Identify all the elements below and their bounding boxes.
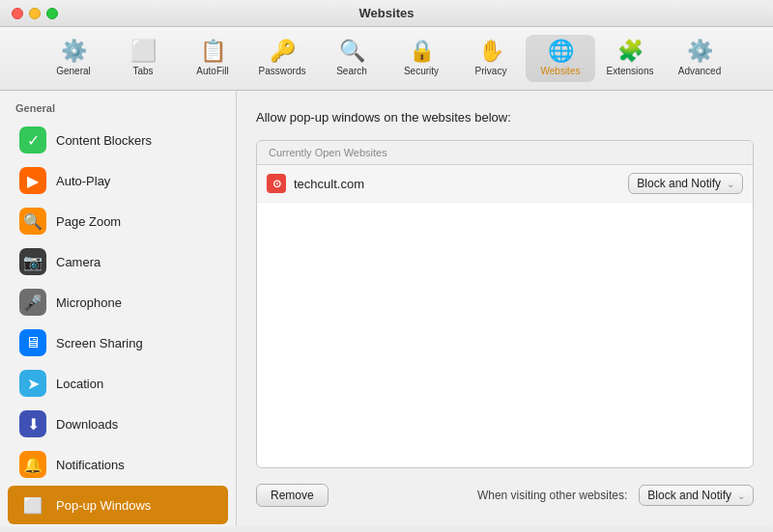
toolbar-item-extensions[interactable]: 🧩 Extensions — [595, 35, 665, 82]
toolbar-label-passwords: Passwords — [259, 66, 306, 76]
toolbar-item-search[interactable]: 🔍 Search — [317, 35, 386, 82]
visiting-label: When visiting other websites: — [477, 489, 627, 502]
downloads-icon: ⬇ — [19, 410, 46, 437]
close-button[interactable] — [12, 8, 23, 19]
microphone-icon: 🎤 — [19, 289, 46, 316]
passwords-icon: 🔑 — [270, 41, 296, 62]
popup-windows-icon: ⬜ — [19, 491, 46, 518]
visiting-dropdown-arrow: ⌄ — [737, 490, 745, 501]
sidebar: General ✓ Content Blockers ▶ Auto-Play 🔍… — [0, 91, 237, 526]
sidebar-item-microphone[interactable]: 🎤 Microphone — [8, 283, 228, 322]
toolbar-label-privacy: Privacy — [475, 66, 507, 76]
panel-title: Allow pop-up windows on the websites bel… — [256, 110, 754, 125]
toolbar-label-security: Security — [404, 66, 439, 76]
sidebar-label-location: Location — [56, 377, 103, 391]
sidebar-item-location[interactable]: ➤ Location — [8, 364, 228, 403]
toolbar-label-extensions: Extensions — [607, 66, 654, 76]
toolbar-label-websites: Websites — [541, 66, 581, 76]
sidebar-item-popup-windows[interactable]: ⬜ Pop-up Windows — [8, 486, 228, 524]
table-header: Currently Open Websites — [257, 141, 753, 165]
page-zoom-icon: 🔍 — [19, 208, 46, 235]
sidebar-label-popup-windows: Pop-up Windows — [56, 498, 151, 513]
sidebar-label-page-zoom: Page Zoom — [56, 214, 121, 229]
sidebar-item-camera[interactable]: 📷 Camera — [8, 242, 228, 281]
toolbar-label-tabs: Tabs — [132, 66, 153, 76]
extensions-icon: 🧩 — [617, 41, 644, 62]
notifications-icon: 🔔 — [19, 451, 46, 478]
main-content: General ✓ Content Blockers ▶ Auto-Play 🔍… — [0, 91, 773, 526]
location-icon: ➤ — [19, 370, 46, 397]
site-action-label: Block and Notify — [637, 177, 721, 190]
advanced-icon: ⚙️ — [687, 41, 713, 62]
sidebar-item-screen-sharing[interactable]: 🖥 Screen Sharing — [8, 323, 228, 362]
tabs-icon: ⬜ — [130, 41, 157, 62]
toolbar: ⚙️ General ⬜ Tabs 📋 AutoFill 🔑 Passwords… — [0, 27, 773, 91]
content-blockers-icon: ✓ — [19, 126, 46, 154]
sidebar-label-camera: Camera — [56, 255, 100, 269]
visiting-dropdown[interactable]: Block and Notify ⌄ — [639, 485, 754, 506]
toolbar-item-websites[interactable]: 🌐 Websites — [526, 35, 595, 82]
sidebar-label-auto-play: Auto-Play — [56, 174, 110, 188]
title-bar: Websites — [0, 0, 773, 27]
toolbar-label-advanced: Advanced — [678, 66, 721, 76]
search-icon: 🔍 — [339, 41, 365, 62]
websites-icon: 🌐 — [548, 41, 574, 62]
site-action[interactable]: Block and Notify ⌄ — [628, 173, 743, 194]
toolbar-item-privacy[interactable]: ✋ Privacy — [456, 35, 526, 82]
sidebar-item-auto-play[interactable]: ▶ Auto-Play — [8, 161, 228, 200]
general-icon: ⚙️ — [61, 41, 87, 62]
toolbar-item-tabs[interactable]: ⬜ Tabs — [108, 35, 178, 82]
right-panel: Allow pop-up windows on the websites bel… — [237, 91, 773, 526]
privacy-icon: ✋ — [478, 41, 504, 62]
sidebar-label-content-blockers: Content Blockers — [56, 133, 152, 148]
camera-icon: 📷 — [19, 248, 46, 275]
sidebar-item-page-zoom[interactable]: 🔍 Page Zoom — [8, 202, 228, 240]
toolbar-item-passwords[interactable]: 🔑 Passwords — [247, 35, 317, 82]
sidebar-item-downloads[interactable]: ⬇ Downloads — [8, 405, 228, 443]
sidebar-item-content-blockers[interactable]: ✓ Content Blockers — [8, 121, 228, 159]
sidebar-item-notifications[interactable]: 🔔 Notifications — [8, 445, 228, 484]
sidebar-label-screen-sharing: Screen Sharing — [56, 336, 143, 350]
site-favicon: ⊙ — [267, 174, 286, 193]
autofill-icon: 📋 — [200, 41, 226, 62]
bottom-bar: Remove When visiting other websites: Blo… — [256, 480, 754, 507]
screen-sharing-icon: 🖥 — [19, 329, 46, 356]
toolbar-label-general: General — [56, 66, 91, 76]
maximize-button[interactable] — [46, 8, 58, 19]
visiting-action-label: Block and Notify — [647, 489, 731, 502]
sidebar-label-microphone: Microphone — [56, 295, 122, 310]
minimize-button[interactable] — [29, 8, 41, 19]
toolbar-item-advanced[interactable]: ⚙️ Advanced — [665, 35, 734, 82]
toolbar-item-security[interactable]: 🔒 Security — [386, 35, 456, 82]
table-body: ⊙ techcult.com Block and Notify ⌄ — [257, 165, 753, 467]
window-title: Websites — [359, 6, 415, 20]
toolbar-item-general[interactable]: ⚙️ General — [39, 35, 108, 82]
site-action-arrow: ⌄ — [727, 179, 734, 189]
table-row[interactable]: ⊙ techcult.com Block and Notify ⌄ — [257, 165, 753, 203]
site-url: techcult.com — [294, 177, 628, 191]
toolbar-label-search: Search — [336, 66, 367, 76]
toolbar-item-autofill[interactable]: 📋 AutoFill — [178, 35, 247, 82]
sidebar-label-downloads: Downloads — [56, 417, 118, 432]
traffic-lights — [12, 8, 58, 19]
remove-button[interactable]: Remove — [256, 484, 329, 507]
site-action-dropdown[interactable]: Block and Notify ⌄ — [628, 173, 743, 194]
sidebar-section-title: General — [0, 98, 236, 120]
websites-table: Currently Open Websites ⊙ techcult.com B… — [256, 140, 754, 468]
toolbar-label-autofill: AutoFill — [196, 66, 228, 76]
security-icon: 🔒 — [409, 41, 435, 62]
auto-play-icon: ▶ — [19, 167, 46, 194]
sidebar-label-notifications: Notifications — [56, 458, 125, 472]
